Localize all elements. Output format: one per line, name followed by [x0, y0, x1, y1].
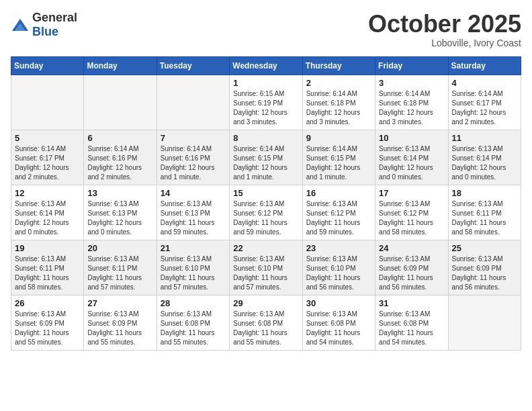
calendar-cell: 23Sunrise: 6:13 AM Sunset: 6:10 PM Dayli…: [302, 240, 375, 295]
day-info: Sunrise: 6:13 AM Sunset: 6:08 PM Dayligh…: [379, 310, 444, 347]
calendar-cell: 14Sunrise: 6:13 AM Sunset: 6:13 PM Dayli…: [157, 185, 229, 240]
day-number: 15: [233, 188, 298, 198]
day-number: 31: [379, 298, 444, 308]
day-number: 27: [87, 298, 152, 308]
day-number: 24: [379, 243, 444, 253]
calendar-cell: 5Sunrise: 6:14 AM Sunset: 6:17 PM Daylig…: [11, 130, 84, 185]
day-info: Sunrise: 6:14 AM Sunset: 6:18 PM Dayligh…: [379, 89, 444, 127]
header-sunday: Sunday: [11, 56, 84, 75]
day-number: 19: [15, 243, 80, 253]
calendar-table: SundayMondayTuesdayWednesdayThursdayFrid…: [11, 56, 521, 351]
day-info: Sunrise: 6:14 AM Sunset: 6:17 PM Dayligh…: [452, 89, 517, 127]
day-number: 10: [379, 133, 444, 143]
calendar-cell: 8Sunrise: 6:14 AM Sunset: 6:15 PM Daylig…: [230, 130, 302, 185]
calendar-cell: 17Sunrise: 6:13 AM Sunset: 6:12 PM Dayli…: [375, 185, 448, 240]
day-number: 13: [87, 188, 152, 198]
day-info: Sunrise: 6:13 AM Sunset: 6:13 PM Dayligh…: [161, 199, 226, 237]
day-info: Sunrise: 6:13 AM Sunset: 6:12 PM Dayligh…: [233, 199, 298, 237]
day-info: Sunrise: 6:14 AM Sunset: 6:18 PM Dayligh…: [306, 89, 371, 127]
day-number: 6: [87, 133, 152, 143]
day-number: 9: [306, 133, 371, 143]
calendar-cell: [448, 295, 521, 350]
calendar-cell: 12Sunrise: 6:13 AM Sunset: 6:14 PM Dayli…: [11, 185, 84, 240]
day-info: Sunrise: 6:13 AM Sunset: 6:08 PM Dayligh…: [161, 310, 226, 347]
day-info: Sunrise: 6:13 AM Sunset: 6:11 PM Dayligh…: [15, 255, 80, 292]
calendar-cell: 26Sunrise: 6:13 AM Sunset: 6:09 PM Dayli…: [11, 295, 84, 350]
header-wednesday: Wednesday: [230, 56, 302, 75]
day-number: 8: [233, 133, 298, 143]
calendar-cell: 18Sunrise: 6:13 AM Sunset: 6:11 PM Dayli…: [448, 185, 521, 240]
day-number: 16: [306, 188, 371, 198]
calendar-cell: 19Sunrise: 6:13 AM Sunset: 6:11 PM Dayli…: [11, 240, 84, 295]
day-info: Sunrise: 6:13 AM Sunset: 6:14 PM Dayligh…: [379, 144, 444, 182]
day-number: 25: [452, 243, 517, 253]
calendar-cell: 6Sunrise: 6:14 AM Sunset: 6:16 PM Daylig…: [84, 130, 157, 185]
week-row-4: 19Sunrise: 6:13 AM Sunset: 6:11 PM Dayli…: [11, 240, 521, 295]
calendar-cell: [157, 75, 229, 130]
day-info: Sunrise: 6:13 AM Sunset: 6:10 PM Dayligh…: [161, 255, 226, 292]
day-number: 14: [161, 188, 226, 198]
calendar-cell: 29Sunrise: 6:13 AM Sunset: 6:08 PM Dayli…: [230, 295, 302, 350]
header-saturday: Saturday: [448, 56, 521, 75]
day-number: 20: [87, 243, 152, 253]
day-info: Sunrise: 6:14 AM Sunset: 6:16 PM Dayligh…: [161, 144, 226, 182]
calendar-cell: [84, 75, 157, 130]
calendar-cell: 20Sunrise: 6:13 AM Sunset: 6:11 PM Dayli…: [84, 240, 157, 295]
calendar-cell: 3Sunrise: 6:14 AM Sunset: 6:18 PM Daylig…: [375, 75, 448, 130]
calendar-cell: 21Sunrise: 6:13 AM Sunset: 6:10 PM Dayli…: [157, 240, 229, 295]
day-info: Sunrise: 6:13 AM Sunset: 6:08 PM Dayligh…: [306, 310, 371, 347]
week-row-2: 5Sunrise: 6:14 AM Sunset: 6:17 PM Daylig…: [11, 130, 521, 185]
day-info: Sunrise: 6:15 AM Sunset: 6:19 PM Dayligh…: [233, 89, 298, 127]
weekday-header-row: SundayMondayTuesdayWednesdayThursdayFrid…: [11, 56, 521, 75]
calendar-cell: 25Sunrise: 6:13 AM Sunset: 6:09 PM Dayli…: [448, 240, 521, 295]
day-number: 28: [161, 298, 226, 308]
day-number: 26: [15, 298, 80, 308]
day-info: Sunrise: 6:13 AM Sunset: 6:12 PM Dayligh…: [306, 199, 371, 237]
day-info: Sunrise: 6:13 AM Sunset: 6:08 PM Dayligh…: [233, 310, 298, 347]
calendar-cell: 30Sunrise: 6:13 AM Sunset: 6:08 PM Dayli…: [302, 295, 375, 350]
week-row-3: 12Sunrise: 6:13 AM Sunset: 6:14 PM Dayli…: [11, 185, 521, 240]
calendar-cell: 7Sunrise: 6:14 AM Sunset: 6:16 PM Daylig…: [157, 130, 229, 185]
day-number: 4: [452, 78, 517, 88]
calendar-cell: [11, 75, 84, 130]
month-title: October 2025: [368, 11, 521, 38]
header-tuesday: Tuesday: [157, 56, 229, 75]
header-thursday: Thursday: [302, 56, 375, 75]
day-number: 29: [233, 298, 298, 308]
week-row-1: 1Sunrise: 6:15 AM Sunset: 6:19 PM Daylig…: [11, 75, 521, 130]
day-number: 30: [306, 298, 371, 308]
page-header: General Blue October 2025 Loboville, Ivo…: [11, 11, 521, 48]
calendar-cell: 9Sunrise: 6:14 AM Sunset: 6:15 PM Daylig…: [302, 130, 375, 185]
calendar-cell: 11Sunrise: 6:13 AM Sunset: 6:14 PM Dayli…: [448, 130, 521, 185]
day-number: 12: [15, 188, 80, 198]
day-info: Sunrise: 6:13 AM Sunset: 6:10 PM Dayligh…: [306, 255, 371, 292]
header-friday: Friday: [375, 56, 448, 75]
day-info: Sunrise: 6:13 AM Sunset: 6:09 PM Dayligh…: [15, 310, 80, 347]
day-number: 17: [379, 188, 444, 198]
day-info: Sunrise: 6:13 AM Sunset: 6:11 PM Dayligh…: [452, 199, 517, 237]
day-info: Sunrise: 6:13 AM Sunset: 6:11 PM Dayligh…: [87, 255, 152, 292]
day-info: Sunrise: 6:13 AM Sunset: 6:09 PM Dayligh…: [452, 255, 517, 292]
day-number: 2: [306, 78, 371, 88]
location-subtitle: Loboville, Ivory Coast: [368, 38, 521, 48]
calendar-cell: 2Sunrise: 6:14 AM Sunset: 6:18 PM Daylig…: [302, 75, 375, 130]
day-number: 23: [306, 243, 371, 253]
logo-blue: Blue: [32, 25, 58, 38]
calendar-cell: 1Sunrise: 6:15 AM Sunset: 6:19 PM Daylig…: [230, 75, 302, 130]
day-info: Sunrise: 6:13 AM Sunset: 6:14 PM Dayligh…: [452, 144, 517, 182]
day-number: 22: [233, 243, 298, 253]
day-info: Sunrise: 6:14 AM Sunset: 6:16 PM Dayligh…: [87, 144, 152, 182]
day-info: Sunrise: 6:13 AM Sunset: 6:09 PM Dayligh…: [87, 310, 152, 347]
day-info: Sunrise: 6:13 AM Sunset: 6:14 PM Dayligh…: [15, 199, 80, 237]
logo-text: General Blue: [32, 11, 77, 39]
day-info: Sunrise: 6:14 AM Sunset: 6:15 PM Dayligh…: [306, 144, 371, 182]
day-number: 18: [452, 188, 517, 198]
calendar-cell: 27Sunrise: 6:13 AM Sunset: 6:09 PM Dayli…: [84, 295, 157, 350]
title-block: October 2025 Loboville, Ivory Coast: [368, 11, 521, 48]
calendar-cell: 16Sunrise: 6:13 AM Sunset: 6:12 PM Dayli…: [302, 185, 375, 240]
day-info: Sunrise: 6:13 AM Sunset: 6:10 PM Dayligh…: [233, 255, 298, 292]
day-number: 1: [233, 78, 298, 88]
day-number: 11: [452, 133, 517, 143]
calendar-cell: 22Sunrise: 6:13 AM Sunset: 6:10 PM Dayli…: [230, 240, 302, 295]
day-number: 3: [379, 78, 444, 88]
